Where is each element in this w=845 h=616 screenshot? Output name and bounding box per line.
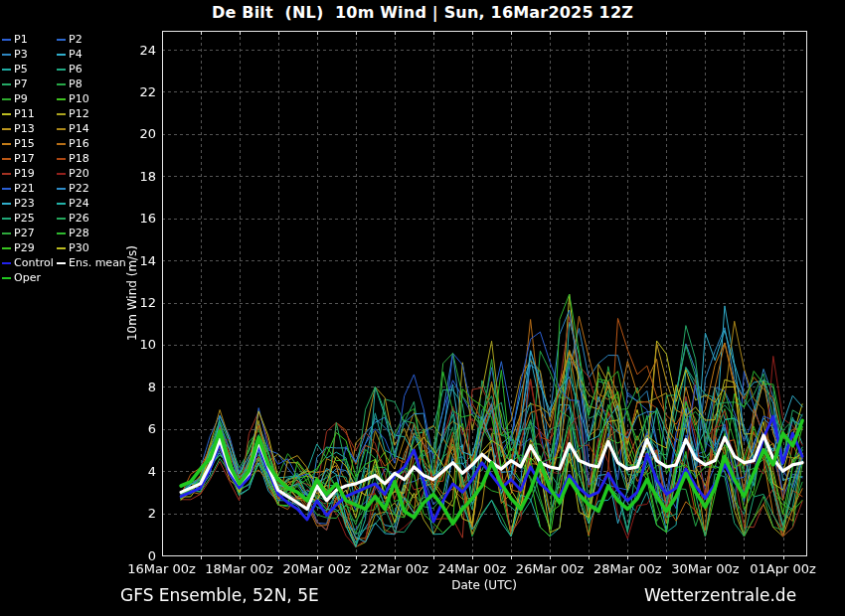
legend-item-p3: P3	[2, 49, 57, 60]
legend-item-p16: P16	[57, 138, 111, 149]
legend-row: P9P10	[2, 91, 131, 106]
legend-item-p4: P4	[57, 49, 111, 60]
legend-swatch	[2, 143, 11, 145]
legend-row: Oper	[2, 270, 131, 285]
legend-swatch	[2, 262, 11, 264]
legend-label: P16	[69, 138, 89, 149]
x-tick-label: 01Apr 00z	[744, 562, 823, 575]
x-tick-label: 18Mar 00z	[200, 562, 279, 575]
legend-row: P21P22	[2, 181, 131, 196]
legend-item-p18: P18	[57, 153, 111, 164]
legend-label: P2	[69, 34, 83, 45]
y-tick-label: 6	[124, 422, 156, 435]
legend-item-oper: Oper	[2, 272, 57, 283]
legend-swatch	[2, 277, 11, 279]
legend-row: P13P14	[2, 121, 131, 136]
legend-item-p14: P14	[57, 123, 111, 134]
legend-swatch	[57, 232, 66, 234]
legend-item-p24: P24	[57, 198, 111, 209]
x-tick-label: 24Mar 00z	[432, 562, 512, 575]
legend-swatch	[57, 69, 66, 71]
legend-swatch	[2, 188, 11, 190]
legend-label: P13	[14, 123, 35, 134]
legend-label: P21	[14, 183, 35, 194]
legend-row: P1P2	[2, 32, 131, 47]
legend-swatch	[57, 158, 66, 160]
legend-label: P11	[14, 108, 35, 119]
legend-item-p19: P19	[2, 168, 57, 179]
x-tick-label: 28Mar 00z	[588, 562, 667, 575]
x-tick-label: 26Mar 00z	[510, 562, 590, 575]
legend-label: P8	[69, 78, 83, 89]
legend-swatch	[57, 128, 66, 130]
legend-swatch	[57, 83, 66, 85]
legend-label: P5	[14, 64, 28, 75]
y-tick-label: 2	[124, 507, 156, 520]
legend-label: Ens. mean	[69, 257, 126, 268]
legend-item-p17: P17	[2, 153, 57, 164]
legend-label: P10	[69, 93, 89, 104]
legend-swatch	[57, 188, 66, 190]
legend-label: P23	[14, 198, 35, 209]
legend-row: P29P30	[2, 240, 131, 255]
legend-swatch	[57, 54, 66, 56]
legend-swatch	[57, 113, 66, 115]
legend-swatch	[57, 247, 66, 249]
legend-swatch	[57, 98, 66, 100]
y-tick-label: 0	[124, 549, 156, 562]
legend-item-p30: P30	[57, 242, 111, 253]
legend-swatch	[57, 262, 66, 264]
legend-label: P15	[14, 138, 35, 149]
legend-label: P6	[69, 64, 83, 75]
x-tick-label: 20Mar 00z	[277, 562, 357, 575]
legend-swatch	[2, 218, 11, 220]
legend-row: P15P16	[2, 136, 131, 151]
legend-swatch	[2, 83, 11, 85]
legend-swatch	[2, 173, 11, 175]
y-tick-label: 24	[124, 44, 156, 57]
legend-label: P17	[14, 153, 35, 164]
legend-swatch	[2, 69, 11, 71]
legend-label: P18	[69, 153, 89, 164]
legend-label: P28	[69, 228, 89, 238]
legend-label: P27	[14, 228, 35, 238]
y-tick-label: 16	[124, 212, 156, 225]
legend-row: P3P4	[2, 47, 131, 62]
legend-swatch	[2, 39, 11, 41]
legend-item-ens-mean: Ens. mean	[57, 257, 111, 268]
legend-item-p8: P8	[57, 78, 111, 89]
y-tick-label: 8	[124, 381, 156, 393]
x-tick-label: 30Mar 00z	[665, 562, 745, 575]
legend-row: P19P20	[2, 166, 131, 181]
legend-swatch	[57, 143, 66, 145]
legend-swatch	[57, 218, 66, 220]
legend-item-p2: P2	[57, 34, 111, 45]
legend-row: P27P28	[2, 226, 131, 240]
legend-swatch	[2, 232, 11, 234]
legend-row: ControlEns. mean	[2, 255, 131, 270]
legend-row: P17P18	[2, 151, 131, 166]
legend-swatch	[2, 203, 11, 205]
legend-label: P14	[69, 123, 89, 134]
legend-item-p27: P27	[2, 228, 57, 238]
legend-label: P30	[69, 242, 89, 253]
legend-label: P25	[14, 213, 35, 224]
legend-swatch	[2, 158, 11, 160]
legend-row: P11P12	[2, 106, 131, 121]
legend-row: P5P6	[2, 62, 131, 77]
legend-item-p11: P11	[2, 108, 57, 119]
legend-item-p22: P22	[57, 183, 111, 194]
legend-label: Control	[14, 257, 54, 268]
legend-swatch	[57, 203, 66, 205]
legend-label: P1	[14, 34, 28, 45]
legend-item-p29: P29	[2, 242, 57, 253]
legend-label: P3	[14, 49, 28, 60]
legend-swatch	[2, 54, 11, 56]
legend-label: P7	[14, 78, 28, 89]
x-tick-label: 16Mar 00z	[122, 562, 202, 575]
y-axis-title: 10m Wind (m/s)	[125, 245, 139, 341]
legend-item-p13: P13	[2, 123, 57, 134]
legend-item-p20: P20	[57, 168, 111, 179]
legend-item-p7: P7	[2, 78, 57, 89]
legend-item-p6: P6	[57, 64, 111, 75]
